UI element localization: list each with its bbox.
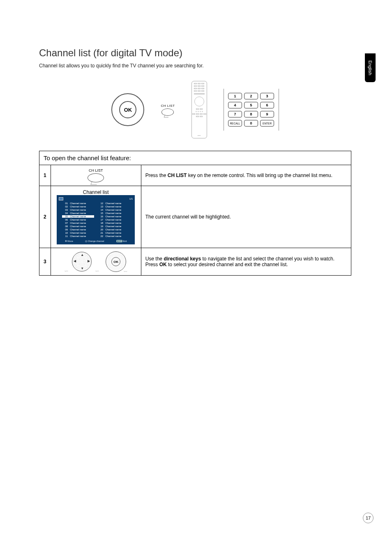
step-figure: CH LIST bbox=[51, 165, 141, 186]
step-number: 2 bbox=[39, 186, 51, 248]
arrow-right-icon: ▶ bbox=[88, 259, 90, 263]
step-description: Use the directional keys to navigate the… bbox=[141, 248, 351, 276]
channel-row: 03Channel name bbox=[62, 209, 94, 211]
channel-row: 17Channel name bbox=[97, 219, 129, 221]
oval-button-icon bbox=[161, 108, 174, 116]
key-6: 6 bbox=[260, 102, 274, 108]
arrow-down-icon: ▼ bbox=[81, 267, 84, 270]
table-header: To open the channel list feature: bbox=[39, 151, 351, 165]
channel-row: 22Channel name bbox=[97, 235, 129, 237]
chlist-label: CH LIST bbox=[161, 104, 175, 108]
channel-row: 14Channel name bbox=[97, 209, 129, 211]
channel-row: 12Channel name bbox=[97, 202, 129, 205]
chlist-label: CH LIST bbox=[55, 168, 137, 173]
chlist-button-icon: CH LIST bbox=[55, 168, 137, 182]
step-figure: Channel list 1/1 01Channel name02Channel… bbox=[51, 186, 141, 248]
key-0: 0 bbox=[244, 120, 258, 127]
step-number: 1 bbox=[39, 165, 51, 186]
table-row: 1 CH LIST Press the CH LIST key on the r… bbox=[39, 165, 351, 186]
channel-row: 04Channel name bbox=[62, 212, 94, 214]
channel-row: 10Channel name bbox=[62, 232, 94, 234]
step-figure: ▲ ▼ ◀ ▶ 〰〰 OK 〰 bbox=[51, 248, 141, 276]
chlist-button-icon: CH LIST bbox=[161, 104, 175, 116]
language-tab: English bbox=[365, 53, 376, 82]
keypad-panel: 1 2 3 4 5 6 7 8 9 RECALL 0 ENTER bbox=[224, 89, 279, 131]
table-row: 3 ▲ ▼ ◀ ▶ 〰〰 OK 〰 bbox=[39, 248, 351, 276]
key-enter: ENTER bbox=[260, 120, 274, 127]
page-indicator: 1/1 bbox=[129, 198, 133, 200]
key-4: 4 bbox=[228, 102, 242, 108]
ok-ring-icon: OK bbox=[111, 93, 144, 126]
ok-button-label: OK bbox=[119, 101, 136, 118]
channel-row: 09Channel name bbox=[62, 228, 94, 231]
channel-row: 20Channel name bbox=[97, 228, 129, 231]
dpad-icon: ▲ ▼ ◀ ▶ 〰〰 bbox=[65, 252, 98, 272]
channel-row: 06Channel name bbox=[62, 219, 94, 221]
channel-row: 08Channel name bbox=[62, 225, 94, 228]
remote-outline-icon: acer bbox=[191, 81, 207, 138]
channel-row: 21Channel name bbox=[97, 232, 129, 234]
step-description: The current channel will be highlighted. bbox=[141, 186, 351, 248]
channel-list-screen: 1/1 01Channel name02Channel name03Channe… bbox=[57, 195, 135, 244]
channel-row: 01Channel name bbox=[62, 202, 94, 205]
table-row: 2 Channel list 1/1 01Channel name02Chann… bbox=[39, 186, 351, 248]
key-9: 9 bbox=[260, 111, 274, 117]
page-number: 17 bbox=[366, 515, 371, 520]
channel-row: 13Channel name bbox=[97, 205, 129, 208]
page-title: Channel list (for digital TV mode) bbox=[39, 47, 351, 59]
top-figure: OK CH LIST acer 1 2 3 4 bbox=[39, 81, 351, 138]
ok-label: OK bbox=[111, 257, 120, 266]
step-number: 3 bbox=[39, 248, 51, 276]
channel-row: 16Channel name bbox=[97, 215, 129, 218]
footer-exit: EXIT Exit bbox=[116, 240, 127, 242]
language-label: English bbox=[368, 60, 373, 75]
arrow-up-icon: ▲ bbox=[81, 253, 84, 257]
channel-row: 18Channel name bbox=[97, 222, 129, 224]
footer-move: ✥ Move bbox=[65, 240, 73, 242]
ok-ring-icon: OK 〰 bbox=[106, 251, 126, 272]
channel-row: 02Channel name bbox=[62, 205, 94, 208]
key-3: 3 bbox=[260, 93, 274, 99]
footer-change: ◎ Change channel bbox=[85, 240, 104, 242]
watermark-text: Channel list bbox=[55, 189, 137, 195]
channel-row: 11Channel name bbox=[62, 235, 94, 237]
intro-text: Channel list allows you to quickly find … bbox=[39, 63, 351, 69]
channel-row: 07Channel name bbox=[62, 222, 94, 224]
page-content: Channel list (for digital TV mode) Chann… bbox=[39, 47, 351, 276]
channel-row: 19Channel name bbox=[97, 225, 129, 228]
arrow-left-icon: ◀ bbox=[74, 259, 76, 263]
step-description: Press the CH LIST key on the remote cont… bbox=[141, 165, 351, 186]
channel-row: 15Channel name bbox=[97, 212, 129, 214]
key-8: 8 bbox=[244, 111, 258, 117]
steps-table: To open the channel list feature: 1 CH L… bbox=[39, 151, 351, 276]
channel-column-2: 12Channel name13Channel name14Channel na… bbox=[97, 202, 129, 237]
channel-row: 05Channel name bbox=[62, 215, 94, 218]
page-number-badge: 17 bbox=[363, 513, 374, 523]
oval-button-icon bbox=[88, 173, 104, 182]
remote-brand: acer bbox=[198, 134, 201, 136]
key-2: 2 bbox=[244, 93, 258, 99]
channel-column-1: 01Channel name02Channel name03Channel na… bbox=[62, 202, 94, 237]
key-1: 1 bbox=[228, 93, 242, 99]
key-7: 7 bbox=[228, 111, 242, 117]
tv-icon bbox=[59, 197, 63, 200]
key-5: 5 bbox=[244, 102, 258, 108]
key-recall: RECALL bbox=[228, 120, 242, 127]
